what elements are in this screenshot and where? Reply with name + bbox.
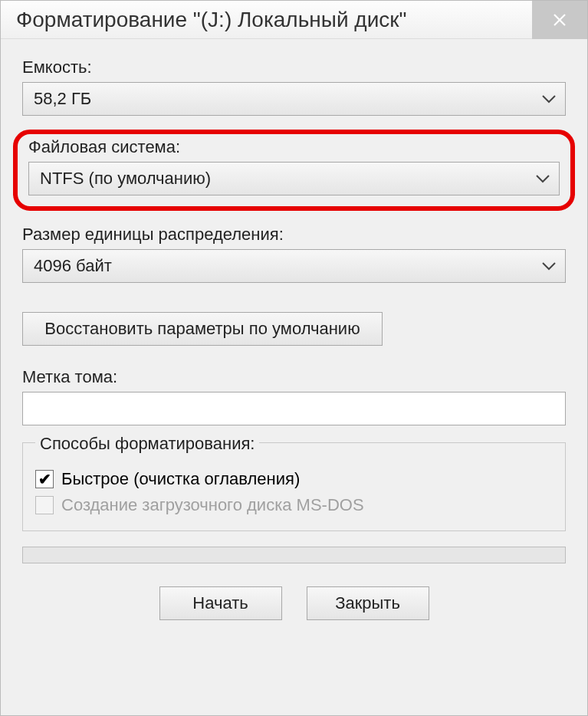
chevron-down-icon xyxy=(536,174,550,183)
filesystem-highlight: Файловая система: NTFS (по умолчанию) xyxy=(13,130,575,211)
restore-defaults-wrap: Восстановить параметры по умолчанию xyxy=(22,312,566,346)
allocation-value: 4096 байт xyxy=(34,256,112,276)
restore-defaults-button[interactable]: Восстановить параметры по умолчанию xyxy=(22,312,383,346)
allocation-group: Размер единицы распределения: 4096 байт xyxy=(22,225,566,283)
volume-label-input[interactable] xyxy=(22,392,566,425)
content-area: Емкость: 58,2 ГБ Файловая система: NTFS … xyxy=(1,39,587,634)
capacity-select[interactable]: 58,2 ГБ xyxy=(22,82,566,116)
window-title: Форматирование "(J:) Локальный диск" xyxy=(16,8,406,32)
progress-bar xyxy=(22,547,566,563)
close-icon xyxy=(553,13,567,27)
close-dialog-button[interactable]: Закрыть xyxy=(307,586,429,620)
msdos-boot-checkbox xyxy=(35,496,54,514)
filesystem-value: NTFS (по умолчанию) xyxy=(40,169,211,189)
start-button-label: Начать xyxy=(192,593,248,613)
quick-format-checkbox[interactable]: ✔ xyxy=(35,470,54,488)
capacity-label: Емкость: xyxy=(22,57,566,77)
restore-defaults-label: Восстановить параметры по умолчанию xyxy=(44,319,360,339)
format-dialog: Форматирование "(J:) Локальный диск" Емк… xyxy=(0,0,588,716)
format-options-fieldset: Способы форматирования: ✔ Быстрое (очист… xyxy=(22,442,566,531)
allocation-label: Размер единицы распределения: xyxy=(22,225,566,245)
volume-label-label: Метка тома: xyxy=(22,367,566,387)
quick-format-label: Быстрое (очистка оглавления) xyxy=(61,469,300,489)
filesystem-select[interactable]: NTFS (по умолчанию) xyxy=(28,162,560,195)
titlebar: Форматирование "(J:) Локальный диск" xyxy=(1,1,587,39)
volume-label-group: Метка тома: xyxy=(22,367,566,425)
msdos-boot-row: Создание загрузочного диска MS-DOS xyxy=(35,495,553,515)
close-button[interactable] xyxy=(532,1,587,39)
msdos-boot-label: Создание загрузочного диска MS-DOS xyxy=(61,495,364,515)
start-button[interactable]: Начать xyxy=(159,586,282,620)
capacity-value: 58,2 ГБ xyxy=(34,89,91,109)
capacity-group: Емкость: 58,2 ГБ xyxy=(22,57,566,116)
close-dialog-label: Закрыть xyxy=(335,593,400,613)
chevron-down-icon xyxy=(542,94,556,103)
filesystem-label: Файловая система: xyxy=(28,137,560,157)
quick-format-row[interactable]: ✔ Быстрое (очистка оглавления) xyxy=(35,469,553,489)
chevron-down-icon xyxy=(542,261,556,271)
dialog-footer: Начать Закрыть xyxy=(22,586,566,620)
format-options-legend: Способы форматирования: xyxy=(35,434,259,454)
allocation-select[interactable]: 4096 байт xyxy=(22,249,566,283)
